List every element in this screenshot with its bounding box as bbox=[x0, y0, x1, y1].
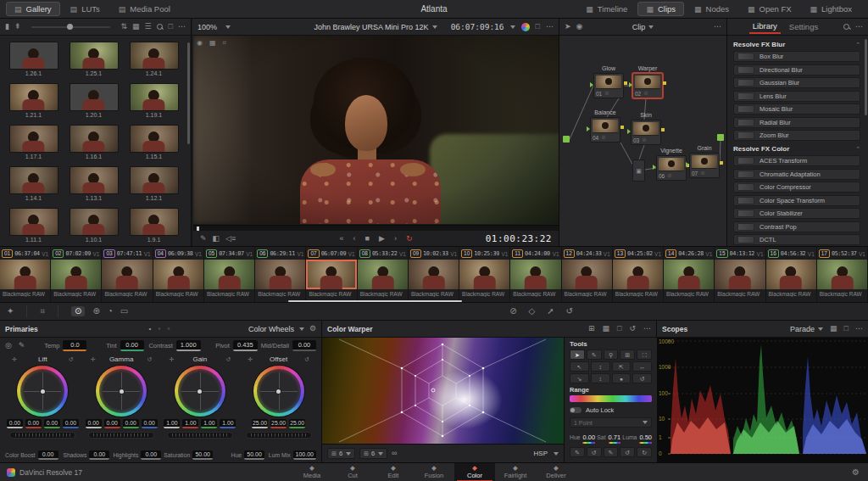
page-tab[interactable]: ◆ Fairlight bbox=[495, 463, 536, 481]
node-input-port[interactable] bbox=[587, 126, 590, 131]
layer-mixer-node[interactable]: ▣ bbox=[632, 159, 645, 182]
timeline-clip[interactable]: 13 04:25:02:06 V1 Blackmagic RAW bbox=[613, 247, 664, 302]
image-wipe-icon[interactable]: ◧ bbox=[213, 235, 220, 243]
auto-lock-control[interactable]: Auto Lock bbox=[570, 406, 652, 414]
color-space-dropdown[interactable]: HSP bbox=[534, 450, 559, 457]
gallery-still[interactable]: 1.24.1 bbox=[129, 42, 179, 76]
search-icon[interactable] bbox=[157, 24, 164, 31]
clip-thumbnail[interactable] bbox=[255, 260, 305, 289]
adjust-control[interactable]: Highlights 0.00 bbox=[111, 450, 161, 460]
gallery-still[interactable]: 1.15.1 bbox=[129, 126, 179, 159]
step-forward-icon[interactable]: › bbox=[394, 235, 397, 243]
adjust-control[interactable]: Hue 50.00 bbox=[214, 450, 264, 460]
gallery-still[interactable]: 1.14.1 bbox=[8, 167, 58, 201]
project-settings-gear-icon[interactable]: ⚙ bbox=[852, 467, 860, 477]
timeline-clip[interactable]: 11 04:24:00:13 V1 Blackmagic RAW bbox=[510, 247, 561, 302]
loop-icon[interactable]: ↻ bbox=[406, 235, 413, 243]
reset-tool-icon[interactable]: ↺ bbox=[632, 373, 652, 383]
scope-mode-dropdown[interactable]: Parade bbox=[790, 325, 815, 333]
adjust-control[interactable]: Pivot 0.435 bbox=[204, 340, 258, 351]
clip-thumbnail[interactable] bbox=[613, 260, 663, 289]
parade-scope[interactable]: 10000 1000 100 10 1 0 bbox=[657, 338, 868, 462]
library-scrollbar[interactable] bbox=[865, 39, 867, 115]
viewer-zoom-level[interactable]: 100% bbox=[198, 23, 217, 31]
expand-icon[interactable]: □ bbox=[617, 325, 621, 333]
pull-tool-icon[interactable]: ↕ bbox=[591, 373, 610, 383]
page-tab[interactable]: ◆ Edit bbox=[373, 463, 414, 481]
control-value[interactable]: 0.0 bbox=[63, 340, 86, 351]
clip-thumbnail[interactable] bbox=[153, 260, 203, 289]
more-options-icon[interactable]: ⋯ bbox=[714, 23, 721, 31]
warper-canvas[interactable] bbox=[322, 338, 564, 444]
color-wheels-tool-icon[interactable]: ⊙ bbox=[71, 306, 85, 316]
clip-thumbnail[interactable] bbox=[562, 260, 612, 289]
page-tab[interactable]: ◆ Fusion bbox=[414, 463, 454, 481]
clip-thumbnail[interactable] bbox=[459, 260, 509, 289]
node-input-port[interactable] bbox=[686, 162, 689, 167]
list-view-icon[interactable]: ☰ bbox=[144, 23, 151, 31]
adjust-control[interactable]: Lum Mix 100.00 bbox=[266, 450, 316, 460]
fx-item[interactable]: Color Space Transform bbox=[733, 195, 860, 206]
sizing-icon[interactable]: ⌗ bbox=[40, 307, 45, 316]
control-value[interactable]: 0.00 bbox=[120, 340, 144, 351]
timeline-clip[interactable]: 07 06:07:09:16 V1 Blackmagic RAW bbox=[306, 247, 357, 302]
tab-settings[interactable]: Settings bbox=[786, 20, 821, 33]
wheel-value[interactable]: 0.00 bbox=[63, 419, 79, 428]
wheel-value[interactable]: 0.00 bbox=[25, 419, 42, 428]
wheel-value[interactable]: 25.00 bbox=[270, 419, 287, 428]
go-to-start-icon[interactable]: « bbox=[340, 235, 344, 243]
adjust-control[interactable]: Tint 0.00 bbox=[90, 340, 143, 351]
thumbnail-size-slider[interactable] bbox=[31, 26, 111, 28]
node-output-port[interactable] bbox=[663, 81, 666, 85]
master-wheel[interactable] bbox=[167, 432, 233, 439]
gallery-still[interactable]: 1.26.1 bbox=[8, 42, 58, 76]
wheel-value[interactable]: 0.00 bbox=[44, 419, 60, 428]
timeline-clip[interactable]: 10 10:25:39:21 V1 Blackmagic RAW bbox=[459, 247, 510, 302]
color-wheel[interactable] bbox=[175, 366, 225, 417]
annotate-pen-icon[interactable]: ✎ bbox=[200, 235, 207, 243]
wheel-target-icon[interactable]: ✛ bbox=[170, 356, 175, 363]
wheels-mode-dropdown[interactable]: Color Wheels bbox=[248, 325, 304, 333]
clip-thumbnail[interactable] bbox=[510, 260, 560, 289]
workspace-toggle-tab[interactable]: ▤ LUTs bbox=[62, 2, 108, 16]
auto-balance-icon[interactable]: ◎ bbox=[5, 342, 12, 350]
clip-thumbnail[interactable] bbox=[102, 260, 152, 289]
node-input-port[interactable] bbox=[653, 165, 656, 170]
wheel-value[interactable]: 0.00 bbox=[142, 419, 158, 428]
hue-range-bar[interactable] bbox=[570, 395, 652, 402]
more-options-icon[interactable]: ⋯ bbox=[178, 23, 186, 31]
corrector-node[interactable]: Warper 02⊘ bbox=[632, 73, 663, 98]
workspace-toggle-tab[interactable]: ▦ Open FX bbox=[739, 2, 800, 16]
auto-lock-toggle[interactable] bbox=[570, 407, 581, 413]
fit-icon[interactable]: ⌗ bbox=[223, 39, 227, 48]
grid-icon[interactable]: ⊞ bbox=[588, 325, 595, 333]
reset-icon[interactable]: ↺ bbox=[587, 447, 602, 457]
node-input-square[interactable] bbox=[563, 136, 570, 143]
page-tab[interactable]: ◆ Cut bbox=[332, 463, 373, 481]
control-value[interactable]: 0.00 bbox=[38, 450, 58, 460]
wheel-reset-icon[interactable]: ↺ bbox=[69, 356, 74, 363]
pointer-tool-icon[interactable]: ➤ bbox=[570, 350, 585, 360]
node-input-port[interactable] bbox=[627, 129, 631, 134]
page-tab[interactable]: ◆ Deliver bbox=[536, 463, 576, 481]
workspace-toggle-tab[interactable]: ▦ Nodes bbox=[686, 2, 737, 16]
readout[interactable]: Luma 0.50 bbox=[622, 433, 652, 444]
fx-item[interactable]: ACES Transform bbox=[733, 155, 860, 166]
wheel-value[interactable]: 0.00 bbox=[123, 419, 139, 428]
wheel-value[interactable]: 1.00 bbox=[220, 419, 236, 428]
timeline-clip[interactable]: 03 07:47:11:13 V1 Blackmagic RAW bbox=[102, 247, 153, 302]
pan-tool-icon[interactable]: ◉ bbox=[576, 23, 583, 31]
wheel-value[interactable]: 1.00 bbox=[164, 419, 180, 428]
still-album-icon[interactable]: ▮ bbox=[5, 23, 9, 31]
hue-grid-size-dropdown[interactable]: ⊞6 bbox=[327, 448, 355, 459]
motion-effects-icon[interactable]: ➚ bbox=[547, 307, 554, 316]
viewer-clip-title[interactable]: John Brawley URSA Mini Pro 12K bbox=[314, 23, 428, 31]
viewer-scrub-bar[interactable] bbox=[193, 225, 559, 231]
node-graph[interactable]: ▣ Glow 01⊘ Warper 02⊘ bbox=[559, 36, 726, 246]
clip-thumbnail[interactable] bbox=[0, 260, 50, 289]
color-wheel[interactable] bbox=[253, 366, 304, 417]
adjust-control[interactable]: Color Boost 0.00 bbox=[5, 450, 58, 460]
gallery-still[interactable]: 1.10.1 bbox=[69, 209, 119, 243]
settings-icon[interactable]: ⚙ bbox=[309, 325, 316, 333]
checker-icon[interactable]: ▦ bbox=[603, 325, 610, 333]
